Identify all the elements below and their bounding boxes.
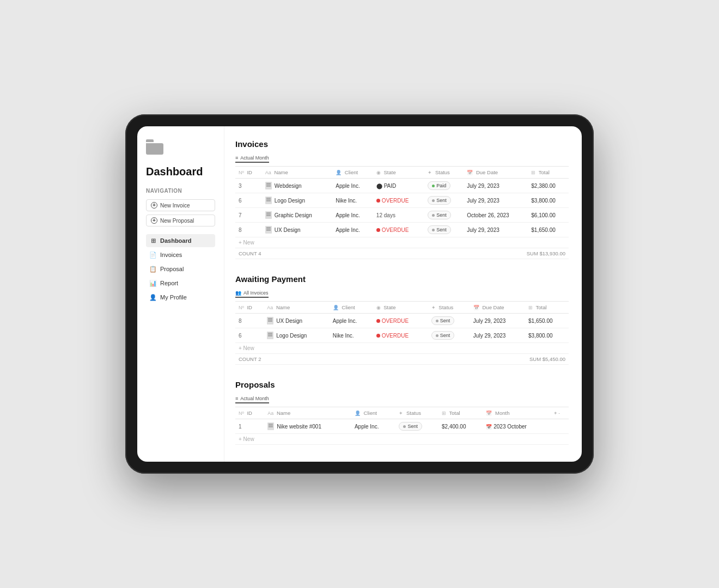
proposals-section: Proposals ≡ Actual Month Nº ID Aa Name 👤… (235, 380, 569, 445)
folder-icon (146, 139, 163, 155)
proposals-table: Nº ID Aa Name 👤 Client ✦ Status ⊞ Total … (235, 407, 569, 445)
col-client: 👤 Client (330, 302, 373, 314)
sidebar-item-proposal[interactable]: 📋 Proposal (146, 262, 215, 275)
invoices-icon: 📄 (149, 251, 157, 259)
table-row[interactable]: 1 Nike website #001 Apple Inc. Sent $2,4… (235, 419, 569, 434)
awaiting-section: Awaiting Payment 👥 All Invoices Nº ID Aa… (235, 274, 569, 365)
sidebar-item-invoices[interactable]: 📄 Invoices (146, 248, 215, 261)
add-new-row[interactable]: + New (235, 343, 569, 354)
tablet-frame: Dashboard Navigation + New Invoice + New… (125, 114, 594, 474)
col-state: ◉ State (373, 167, 424, 179)
add-new-row[interactable]: + New (235, 434, 569, 445)
add-new-row[interactable]: + New (235, 237, 569, 248)
dashboard-icon: ⊞ (149, 237, 157, 244)
plus-icon: + (151, 202, 157, 209)
sidebar-item-report[interactable]: 📊 Report (146, 277, 215, 290)
col-name: Aa Name (264, 407, 351, 419)
filter-icon: ≡ (235, 396, 238, 401)
count-sum-row: COUNT 2 SUM $5,450.00 (235, 354, 569, 365)
table-row[interactable]: 7 Graphic Design Apple Inc. 12 days Sent… (235, 208, 569, 223)
awaiting-filter-tag[interactable]: 👥 All Invoices (235, 290, 269, 298)
nav-label: Navigation (146, 188, 215, 194)
report-icon: 📊 (149, 279, 157, 287)
invoices-filter-tag[interactable]: ≡ Actual Month (235, 155, 269, 163)
col-id: Nº ID (235, 302, 264, 314)
col-state: ◉ State (373, 302, 428, 314)
col-status: ✦ Status (395, 407, 438, 419)
proposals-filter-tag[interactable]: ≡ Actual Month (235, 396, 269, 403)
app-logo (146, 139, 215, 155)
col-month: 📅 Month (483, 407, 551, 419)
col-client: 👤 Client (332, 167, 373, 179)
table-row[interactable]: 6 Logo Design Nike Inc. OVERDUE Sent Jul… (235, 328, 569, 343)
main-content: Invoices ≡ Actual Month Nº ID Aa Name 👤 … (224, 126, 582, 462)
invoices-section: Invoices ≡ Actual Month Nº ID Aa Name 👤 … (235, 139, 569, 259)
invoices-section-title: Invoices (235, 139, 569, 149)
table-row[interactable]: 8 UX Design Apple Inc. OVERDUE Sent July… (235, 223, 569, 237)
awaiting-table: Nº ID Aa Name 👤 Client ◉ State ✦ Status … (235, 301, 569, 365)
col-name: Aa Name (262, 167, 332, 179)
page-title: Dashboard (146, 166, 215, 178)
filter-icon: 👥 (235, 290, 241, 296)
col-client: 👤 Client (351, 407, 395, 419)
sidebar-item-dashboard[interactable]: ⊞ Dashboard (146, 234, 215, 247)
count-sum-row: COUNT 4 SUM $13,930.00 (235, 248, 569, 259)
new-proposal-button[interactable]: + New Proposal (146, 215, 215, 226)
col-total: ⊞ Total (525, 302, 569, 314)
col-id: Nº ID (235, 167, 262, 179)
col-name: Aa Name (264, 302, 329, 314)
tablet-screen: Dashboard Navigation + New Invoice + New… (137, 126, 582, 462)
col-status: ✦ Status (428, 302, 470, 314)
table-row[interactable]: 3 Webdesign Apple Inc. ⬤ PAID Paid July … (235, 179, 569, 193)
col-id: Nº ID (235, 407, 264, 419)
awaiting-section-title: Awaiting Payment (235, 274, 569, 284)
col-due-date: 📅 Due Date (470, 302, 525, 314)
table-row[interactable]: 6 Logo Design Nike Inc. OVERDUE Sent Jul… (235, 193, 569, 208)
col-status: ✦ Status (424, 167, 464, 179)
filter-icon: ≡ (235, 155, 238, 161)
plus-icon: + (151, 217, 157, 224)
new-invoice-button[interactable]: + New Invoice (146, 199, 215, 211)
proposal-icon: 📋 (149, 265, 157, 273)
invoices-table: Nº ID Aa Name 👤 Client ◉ State ✦ Status … (235, 166, 569, 259)
col-total: ⊞ Total (438, 407, 483, 419)
nav-items: ⊞ Dashboard 📄 Invoices 📋 Proposal 📊 Repo… (146, 234, 215, 304)
proposals-section-title: Proposals (235, 380, 569, 389)
col-total: ⊞ Total (528, 167, 569, 179)
table-row[interactable]: 8 UX Design Apple Inc. OVERDUE Sent July… (235, 314, 569, 328)
sidebar-item-my-profile[interactable]: 👤 My Profile (146, 291, 215, 304)
col-actions: + · (551, 407, 569, 419)
profile-icon: 👤 (149, 293, 157, 301)
sidebar: Dashboard Navigation + New Invoice + New… (137, 126, 224, 462)
col-due-date: 📅 Due Date (464, 167, 528, 179)
